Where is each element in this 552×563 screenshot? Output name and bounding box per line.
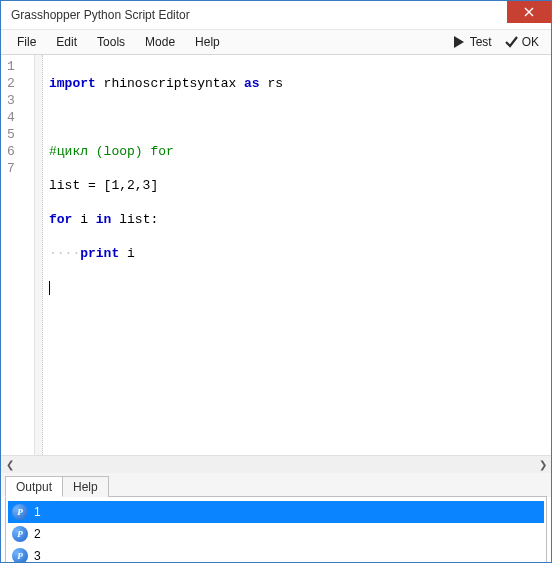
scroll-right-icon[interactable]: ❯ bbox=[534, 456, 551, 473]
line-number: 6 bbox=[7, 143, 34, 160]
token-keyword: for bbox=[49, 212, 72, 227]
line-number: 3 bbox=[7, 92, 34, 109]
print-icon: P bbox=[12, 504, 28, 520]
menu-file[interactable]: File bbox=[7, 31, 46, 53]
menu-mode[interactable]: Mode bbox=[135, 31, 185, 53]
fold-margin bbox=[35, 55, 43, 455]
token-ident: i bbox=[72, 212, 95, 227]
token-keyword: print bbox=[80, 246, 119, 261]
ok-button[interactable]: OK bbox=[498, 33, 545, 51]
line-number: 1 bbox=[7, 58, 34, 75]
window-title: Grasshopper Python Script Editor bbox=[11, 8, 507, 22]
token-ident: rs bbox=[260, 76, 283, 91]
titlebar: Grasshopper Python Script Editor bbox=[1, 1, 551, 29]
output-value: 3 bbox=[34, 549, 41, 563]
token-comment: #цикл (loop) for bbox=[49, 144, 174, 159]
line-gutter: 1 2 3 4 5 6 7 bbox=[1, 55, 35, 455]
menu-tools[interactable]: Tools bbox=[87, 31, 135, 53]
token-ident: rhinoscriptsyntax bbox=[96, 76, 244, 91]
line-number: 4 bbox=[7, 109, 34, 126]
token-whitespace: ···· bbox=[49, 246, 80, 261]
caret bbox=[49, 281, 50, 295]
ok-label: OK bbox=[522, 35, 539, 49]
token-keyword: in bbox=[96, 212, 112, 227]
token-ident: i bbox=[119, 246, 135, 261]
test-label: Test bbox=[470, 35, 492, 49]
line-number: 5 bbox=[7, 126, 34, 143]
token-code: list: bbox=[111, 212, 158, 227]
output-value: 1 bbox=[34, 505, 41, 519]
token-keyword: as bbox=[244, 76, 260, 91]
horizontal-scrollbar[interactable]: ❮ ❯ bbox=[1, 455, 551, 473]
menubar: File Edit Tools Mode Help Test OK bbox=[1, 29, 551, 55]
test-button[interactable]: Test bbox=[446, 33, 498, 51]
scroll-left-icon[interactable]: ❮ bbox=[1, 456, 18, 473]
tab-help[interactable]: Help bbox=[62, 476, 109, 497]
close-icon bbox=[524, 7, 534, 17]
output-row[interactable]: P 1 bbox=[8, 501, 544, 523]
scroll-track[interactable] bbox=[18, 456, 534, 473]
output-panel: P 1 P 2 P 3 bbox=[5, 496, 547, 563]
output-row[interactable]: P 2 bbox=[8, 523, 544, 545]
token-code: list = [1,2,3] bbox=[49, 178, 158, 193]
menu-edit[interactable]: Edit bbox=[46, 31, 87, 53]
bottom-tabs: Output Help bbox=[1, 473, 551, 497]
play-icon bbox=[452, 35, 466, 49]
menu-help[interactable]: Help bbox=[185, 31, 230, 53]
output-value: 2 bbox=[34, 527, 41, 541]
token-keyword: import bbox=[49, 76, 96, 91]
print-icon: P bbox=[12, 526, 28, 542]
code-editor[interactable]: 1 2 3 4 5 6 7 import rhinoscriptsyntax a… bbox=[1, 55, 551, 455]
code-area[interactable]: import rhinoscriptsyntax as rs #цикл (lo… bbox=[43, 55, 551, 455]
line-number: 7 bbox=[7, 160, 34, 177]
print-icon: P bbox=[12, 548, 28, 563]
output-row[interactable]: P 3 bbox=[8, 545, 544, 563]
close-button[interactable] bbox=[507, 1, 551, 23]
line-number: 2 bbox=[7, 75, 34, 92]
tab-output[interactable]: Output bbox=[5, 476, 63, 497]
check-icon bbox=[504, 35, 518, 49]
